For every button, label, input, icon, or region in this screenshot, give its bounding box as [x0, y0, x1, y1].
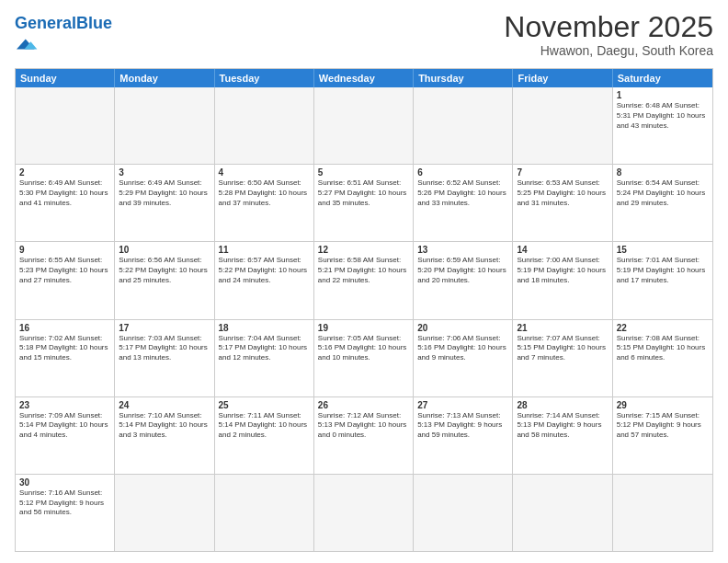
day-info: Sunrise: 6:49 AM Sunset: 5:30 PM Dayligh…: [19, 178, 110, 208]
logo-blue: Blue: [76, 14, 112, 32]
day-number: 3: [119, 167, 210, 178]
day-info: Sunrise: 6:52 AM Sunset: 5:26 PM Dayligh…: [417, 178, 508, 208]
day-cell: 28Sunrise: 7:14 AM Sunset: 5:13 PM Dayli…: [513, 397, 612, 474]
day-number: 23: [19, 400, 110, 410]
day-number: 15: [617, 245, 709, 255]
day-info: Sunrise: 7:01 AM Sunset: 5:19 PM Dayligh…: [617, 256, 709, 285]
day-header: Thursday: [414, 69, 513, 87]
calendar-body: 1Sunrise: 6:48 AM Sunset: 5:31 PM Daylig…: [16, 87, 712, 551]
title-block: November 2025 Hwawon, Daegu, South Korea: [504, 11, 713, 58]
day-info: Sunrise: 6:54 AM Sunset: 5:24 PM Dayligh…: [617, 178, 709, 208]
day-number: 18: [219, 323, 310, 333]
day-cell: 22Sunrise: 7:08 AM Sunset: 5:15 PM Dayli…: [613, 320, 712, 396]
day-cell: 17Sunrise: 7:03 AM Sunset: 5:17 PM Dayli…: [115, 320, 214, 396]
day-info: Sunrise: 6:57 AM Sunset: 5:22 PM Dayligh…: [219, 256, 310, 285]
empty-cell: [314, 87, 414, 164]
empty-cell: [513, 87, 612, 164]
day-info: Sunrise: 6:58 AM Sunset: 5:21 PM Dayligh…: [318, 256, 409, 285]
empty-cell: [115, 475, 214, 551]
day-cell: 15Sunrise: 7:01 AM Sunset: 5:19 PM Dayli…: [613, 242, 712, 318]
day-cell: 24Sunrise: 7:10 AM Sunset: 5:14 PM Dayli…: [115, 397, 214, 474]
header: GeneralBlue November 2025 Hwawon, Daegu,…: [15, 11, 713, 61]
empty-cell: [16, 87, 115, 164]
empty-cell: [215, 475, 314, 551]
day-header: Friday: [513, 69, 612, 87]
day-number: 11: [219, 245, 310, 255]
logo: GeneralBlue: [15, 15, 112, 61]
logo-general: General: [15, 14, 76, 32]
day-cell: 16Sunrise: 7:02 AM Sunset: 5:18 PM Dayli…: [16, 320, 115, 396]
page: GeneralBlue November 2025 Hwawon, Daegu,…: [0, 0, 728, 563]
week-row: 9Sunrise: 6:55 AM Sunset: 5:23 PM Daylig…: [16, 242, 712, 319]
day-info: Sunrise: 7:06 AM Sunset: 5:16 PM Dayligh…: [417, 334, 508, 363]
day-number: 12: [318, 245, 409, 255]
day-cell: 12Sunrise: 6:58 AM Sunset: 5:21 PM Dayli…: [314, 242, 414, 318]
day-cell: 25Sunrise: 7:11 AM Sunset: 5:14 PM Dayli…: [215, 397, 314, 474]
day-cell: 6Sunrise: 6:52 AM Sunset: 5:26 PM Daylig…: [414, 165, 513, 241]
day-number: 10: [119, 245, 210, 255]
day-info: Sunrise: 6:48 AM Sunset: 5:31 PM Dayligh…: [617, 101, 709, 131]
day-number: 9: [19, 245, 110, 255]
day-cell: 26Sunrise: 7:12 AM Sunset: 5:13 PM Dayli…: [314, 397, 414, 474]
day-number: 27: [417, 400, 508, 410]
day-number: 21: [517, 323, 608, 333]
day-info: Sunrise: 7:04 AM Sunset: 5:17 PM Dayligh…: [219, 334, 310, 363]
day-info: Sunrise: 7:09 AM Sunset: 5:14 PM Dayligh…: [19, 411, 110, 441]
day-number: 6: [417, 167, 508, 178]
day-number: 19: [318, 323, 409, 333]
day-cell: 18Sunrise: 7:04 AM Sunset: 5:17 PM Dayli…: [215, 320, 314, 396]
day-cell: 14Sunrise: 7:00 AM Sunset: 5:19 PM Dayli…: [513, 242, 612, 318]
day-number: 1: [617, 90, 709, 100]
empty-cell: [115, 87, 214, 164]
empty-cell: [414, 87, 513, 164]
day-cell: 21Sunrise: 7:07 AM Sunset: 5:15 PM Dayli…: [513, 320, 612, 396]
day-number: 2: [19, 167, 110, 178]
day-cell: 13Sunrise: 6:59 AM Sunset: 5:20 PM Dayli…: [414, 242, 513, 318]
day-info: Sunrise: 7:05 AM Sunset: 5:16 PM Dayligh…: [318, 334, 409, 363]
day-header: Saturday: [613, 69, 712, 87]
day-header: Sunday: [16, 69, 115, 87]
empty-cell: [215, 87, 314, 164]
day-info: Sunrise: 7:10 AM Sunset: 5:14 PM Dayligh…: [119, 411, 210, 441]
day-header: Tuesday: [215, 69, 314, 87]
day-cell: 3Sunrise: 6:49 AM Sunset: 5:29 PM Daylig…: [115, 165, 214, 241]
day-cell: 20Sunrise: 7:06 AM Sunset: 5:16 PM Dayli…: [414, 320, 513, 396]
empty-cell: [314, 475, 414, 551]
day-info: Sunrise: 7:15 AM Sunset: 5:12 PM Dayligh…: [617, 411, 709, 441]
day-cell: 2Sunrise: 6:49 AM Sunset: 5:30 PM Daylig…: [16, 165, 115, 241]
day-cell: 5Sunrise: 6:51 AM Sunset: 5:27 PM Daylig…: [314, 165, 414, 241]
location: Hwawon, Daegu, South Korea: [504, 43, 713, 58]
day-cell: 8Sunrise: 6:54 AM Sunset: 5:24 PM Daylig…: [613, 165, 712, 241]
day-number: 24: [119, 400, 210, 410]
day-info: Sunrise: 6:53 AM Sunset: 5:25 PM Dayligh…: [517, 178, 608, 208]
day-number: 8: [617, 167, 709, 178]
day-number: 14: [517, 245, 608, 255]
day-info: Sunrise: 6:51 AM Sunset: 5:27 PM Dayligh…: [318, 178, 409, 208]
day-info: Sunrise: 7:16 AM Sunset: 5:12 PM Dayligh…: [19, 488, 110, 518]
empty-cell: [414, 475, 513, 551]
day-number: 7: [517, 167, 608, 178]
day-number: 5: [318, 167, 409, 178]
empty-cell: [513, 475, 612, 551]
month-title: November 2025: [504, 11, 713, 43]
day-cell: 10Sunrise: 6:56 AM Sunset: 5:22 PM Dayli…: [115, 242, 214, 318]
day-info: Sunrise: 7:11 AM Sunset: 5:14 PM Dayligh…: [219, 411, 310, 441]
day-header: Monday: [115, 69, 214, 87]
day-cell: 29Sunrise: 7:15 AM Sunset: 5:12 PM Dayli…: [613, 397, 712, 474]
day-number: 28: [517, 400, 608, 410]
day-info: Sunrise: 7:08 AM Sunset: 5:15 PM Dayligh…: [617, 334, 709, 363]
day-cell: 27Sunrise: 7:13 AM Sunset: 5:13 PM Dayli…: [414, 397, 513, 474]
day-cell: 23Sunrise: 7:09 AM Sunset: 5:14 PM Dayli…: [16, 397, 115, 474]
day-number: 22: [617, 323, 709, 333]
day-number: 30: [19, 477, 110, 488]
day-cell: 19Sunrise: 7:05 AM Sunset: 5:16 PM Dayli…: [314, 320, 414, 396]
day-cell: 7Sunrise: 6:53 AM Sunset: 5:25 PM Daylig…: [513, 165, 612, 241]
day-number: 20: [417, 323, 508, 333]
week-row: 23Sunrise: 7:09 AM Sunset: 5:14 PM Dayli…: [16, 397, 712, 475]
day-info: Sunrise: 7:03 AM Sunset: 5:17 PM Dayligh…: [119, 334, 210, 363]
week-row: 30Sunrise: 7:16 AM Sunset: 5:12 PM Dayli…: [16, 475, 712, 551]
day-info: Sunrise: 7:07 AM Sunset: 5:15 PM Dayligh…: [517, 334, 608, 363]
day-info: Sunrise: 6:50 AM Sunset: 5:28 PM Dayligh…: [219, 178, 310, 208]
week-row: 1Sunrise: 6:48 AM Sunset: 5:31 PM Daylig…: [16, 87, 712, 165]
week-row: 16Sunrise: 7:02 AM Sunset: 5:18 PM Dayli…: [16, 320, 712, 397]
